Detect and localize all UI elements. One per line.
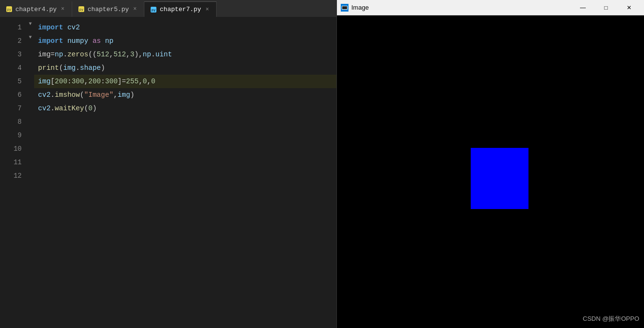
code-line3-512a: 512: [97, 48, 109, 61]
tab-chapter7[interactable]: py chapter7.py ×: [144, 1, 217, 17]
svg-text:py: py: [152, 8, 155, 12]
fold-marker-4: [26, 57, 34, 71]
line-num-5: 5: [0, 75, 22, 88]
line-num-8: 8: [0, 115, 22, 129]
code-line-4: print(img.shape): [38, 61, 336, 75]
line-num-11: 11: [0, 156, 22, 169]
code-line-7: cv2.waitKey(0): [38, 102, 336, 115]
code-area: 1 2 3 4 5 6 7 8 9 10 11 12 ▼ ▼: [0, 17, 336, 328]
code-line5-bracket1: [: [51, 75, 55, 88]
code-line5-comma2: ,: [139, 75, 143, 88]
code-content[interactable]: import cv2 import numpy as np img=np.zer…: [34, 17, 336, 328]
code-line4-print: print: [38, 61, 59, 75]
code-line7-0: 0: [88, 102, 92, 115]
code-line7-dot: .: [51, 102, 55, 115]
watermark: CSDN @振华OPPO: [583, 315, 639, 323]
svg-text:py: py: [7, 8, 11, 12]
line-num-7: 7: [0, 102, 22, 115]
line-num-10: 10: [0, 142, 22, 156]
mod-np: np: [105, 34, 113, 48]
code-line6-imshow: imshow: [55, 88, 80, 102]
tab-chapter5-label: chapter5.py: [88, 6, 129, 13]
tab-chapter7-close[interactable]: ×: [204, 6, 210, 13]
blue-rectangle: [471, 148, 528, 209]
code-line5-img: img: [38, 75, 51, 88]
code-line6-cv2: cv2: [38, 88, 51, 102]
code-line5-300a: 300: [72, 75, 84, 88]
tab-icon-chapter4: py: [6, 6, 13, 13]
code-line3-np: np: [55, 48, 63, 61]
tab-chapter5-close[interactable]: ×: [132, 5, 138, 13]
code-line-3: img=np.zeros((512,512,3),np.uint: [38, 48, 336, 61]
code-line3-3: 3: [130, 48, 134, 61]
line-num-1: 1: [0, 21, 22, 34]
code-line3-dot2: .: [151, 48, 155, 61]
line-num-4: 4: [0, 61, 22, 75]
image-display: CSDN @振华OPPO: [337, 15, 644, 328]
code-line6-comma: ,: [114, 88, 118, 102]
code-line6-p2: ): [130, 88, 134, 102]
fold-marker-1[interactable]: ▼: [26, 17, 34, 30]
tab-icon-chapter5: py: [78, 6, 85, 13]
code-line3-comma1: ,: [109, 48, 114, 61]
line-num-6: 6: [0, 88, 22, 102]
line-num-12: 12: [0, 169, 22, 183]
code-line7-cv2: cv2: [38, 102, 51, 115]
window-title: Image: [351, 4, 569, 11]
code-line5-comma1: ,: [84, 75, 89, 88]
code-line-5: img[200:300,200:300]=255,0,0: [34, 75, 336, 88]
fold-marker-12: [26, 165, 34, 179]
line-num-2: 2: [0, 34, 22, 48]
kw-as: as: [92, 34, 101, 48]
code-line5-200a: 200: [55, 75, 67, 88]
code-line3-zeros: zeros: [67, 48, 89, 61]
code-line5-bracket2: ]=: [117, 75, 126, 88]
code-line5-colon1: :: [67, 75, 72, 88]
code-line3-comma2: ,: [126, 48, 130, 61]
code-line7-p1: (: [84, 102, 89, 115]
title-bar-buttons: — □ ✕: [572, 0, 640, 15]
window-icon: [341, 4, 348, 12]
fold-marker-10: [26, 138, 34, 152]
code-line6-p1: (: [80, 88, 84, 102]
fold-marker-5: [26, 71, 34, 84]
svg-text:py: py: [79, 8, 83, 12]
fold-marker-9: [26, 125, 34, 138]
tab-chapter7-label: chapter7.py: [160, 6, 201, 13]
fold-area: ▼ ▼: [26, 17, 34, 328]
fold-marker-8: [26, 111, 34, 125]
tab-chapter4-close[interactable]: ×: [60, 5, 66, 13]
editor-panel: py chapter4.py × py chapter5.py × py cha…: [0, 0, 337, 328]
minimize-button[interactable]: —: [572, 0, 594, 15]
code-line3-uint: uint: [155, 48, 172, 61]
code-line5-comma3: ,: [147, 75, 151, 88]
code-line5-200b: 200: [88, 75, 101, 88]
code-line3-np2: np: [143, 48, 151, 61]
code-line-2: import numpy as np: [38, 34, 336, 48]
tab-chapter5[interactable]: py chapter5.py ×: [72, 1, 144, 17]
tab-chapter4-label: chapter4.py: [15, 6, 57, 13]
image-panel: Image — □ ✕ CSDN @振华OPPO: [337, 0, 644, 328]
line-numbers: 1 2 3 4 5 6 7 8 9 10 11 12: [0, 17, 26, 328]
tab-chapter4[interactable]: py chapter4.py ×: [0, 1, 72, 17]
code-line4-p1: (: [59, 61, 64, 75]
mod-numpy: numpy: [67, 34, 89, 48]
code-line-10: [38, 142, 336, 156]
code-line-11: [38, 156, 336, 169]
code-line3-plain: img=: [38, 48, 55, 61]
code-line-12: [38, 169, 336, 183]
close-button[interactable]: ✕: [618, 0, 640, 15]
maximize-button[interactable]: □: [595, 0, 617, 15]
code-line4-dot: .: [76, 61, 80, 75]
fold-marker-2[interactable]: ▼: [26, 30, 34, 44]
fold-marker-3: [26, 44, 34, 57]
mod-cv2: cv2: [67, 21, 80, 34]
tab-bar: py chapter4.py × py chapter5.py × py cha…: [0, 0, 336, 17]
fold-marker-7: [26, 98, 34, 111]
code-line5-300b: 300: [105, 75, 117, 88]
line-num-3: 3: [0, 48, 22, 61]
code-line5-0b: 0: [151, 75, 155, 88]
code-line6-img: img: [117, 88, 130, 102]
code-line7-waitkey: waitKey: [55, 102, 84, 115]
code-line5-colon2: :: [101, 75, 105, 88]
